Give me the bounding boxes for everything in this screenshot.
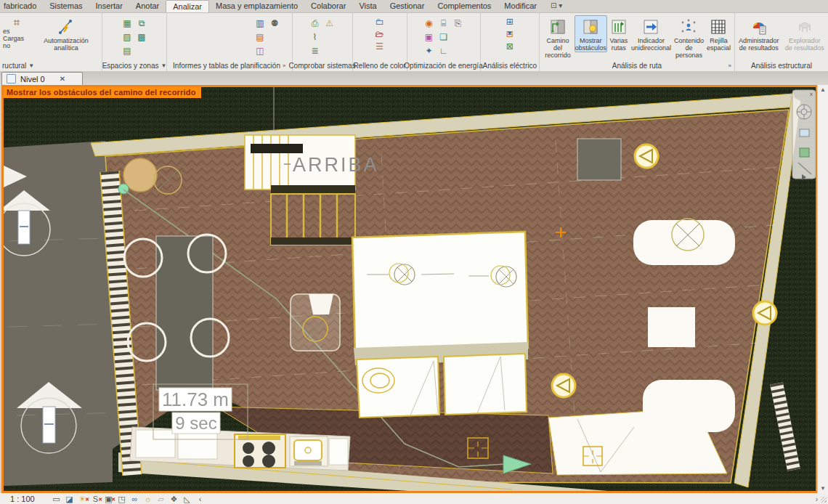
sun-path-icon[interactable]: ☀ (77, 494, 88, 504)
color-legend-icon[interactable]: ☰ (374, 41, 386, 52)
small-table-group[interactable] (291, 294, 340, 351)
loads-icon: ⌗ (11, 17, 23, 28)
camino-del-recorrido-button[interactable]: Camino del recorrido (543, 15, 573, 60)
view-tab-nivel-0[interactable]: Nivel 0 ✕ (1, 72, 83, 85)
energy-model-icon[interactable]: ⌸ (438, 18, 450, 29)
panel-label-estructural-partial[interactable]: ructural▼ (0, 60, 102, 71)
floor-plan-svg[interactable]: ARRIBA (4, 87, 816, 491)
scroll-up-icon[interactable]: ▲ (820, 85, 826, 94)
check-circuit-icon[interactable]: ≣ (309, 46, 321, 57)
dropdown-arrow-icon: ▼ (28, 62, 34, 69)
ribbon-panel-informes: ▥ ⚉ ▤ ◫ Informes y tablas de planificaci… (167, 13, 293, 71)
energy-optimize-icon[interactable]: ✦ (423, 46, 435, 57)
systems-analysis-icon[interactable]: ⎘ (452, 18, 464, 29)
constraints-icon[interactable]: ◺ (182, 494, 192, 504)
analytical-automation-button[interactable]: Automatización analítica (33, 15, 99, 52)
ribbon-panel-espacios: ▦ ⧉ ▨ ▩ ▤ Espacios y zonas▼ (102, 13, 167, 71)
administrador-de-resultados-button[interactable]: Administrador de resultados (738, 15, 780, 52)
panel-label-estructural[interactable]: Análisis estructural (735, 60, 828, 71)
side-table[interactable] (648, 307, 695, 347)
panel-label-comprobar[interactable]: Comprobar sistemas (293, 60, 352, 71)
check-duct-icon[interactable]: ⎙ (309, 18, 321, 29)
blank (324, 32, 336, 43)
scroll-right-icon[interactable]: › (816, 495, 818, 503)
drawing-canvas[interactable]: Mostrar los obstáculos del camino del re… (1, 85, 818, 493)
zoom-tool-icon[interactable] (800, 129, 809, 137)
menu-tab-modificar[interactable]: Modificar (498, 0, 543, 12)
bathroom-right[interactable] (444, 354, 527, 415)
rejilla-espacial-button[interactable]: Rejilla espacial (706, 15, 731, 52)
rug[interactable] (577, 139, 621, 180)
contenido-de-personas-button[interactable]: Contenido de personas (673, 15, 705, 60)
panel-label-electrico[interactable]: Análisis eléctrico (481, 60, 539, 71)
people-report-icon[interactable]: ⚉ (269, 18, 280, 29)
shadows-icon[interactable]: S (90, 494, 101, 504)
warning-icon[interactable]: ⚠ (324, 18, 336, 29)
panel-label-espacios[interactable]: Espacios y zonas▼ (102, 60, 166, 71)
occupant-content-icon (679, 17, 698, 36)
visual-style-icon[interactable]: ◪ (64, 494, 75, 504)
panel-label-informes[interactable]: Informes y tablas de planificación» (167, 60, 292, 71)
menu-tab-sistemas[interactable]: Sistemas (43, 0, 89, 12)
collapse-icon[interactable]: ‹ (195, 494, 206, 504)
cube-view-icon[interactable] (800, 148, 809, 157)
electrical-settings-icon[interactable]: ⊞ ▾ (504, 17, 516, 28)
schedule-icon[interactable]: ▥ (254, 18, 266, 29)
bathroom-left[interactable] (357, 357, 439, 418)
reveal-hidden-icon[interactable]: ☼ (142, 494, 153, 504)
results-compare-icon[interactable]: ∟ (438, 46, 450, 57)
check-pipe-icon[interactable]: ⌇ (309, 32, 321, 43)
scroll-down-icon[interactable]: ▼ (820, 484, 826, 493)
space-separator-icon[interactable]: ▤ (121, 46, 133, 57)
menu-tab-fabricado[interactable]: fabricado (0, 0, 43, 12)
menu-tab-complementos[interactable]: Complementos (431, 0, 498, 12)
sofa-bottom-right[interactable] (643, 380, 735, 432)
fixture-symbol-glow[interactable] (753, 301, 776, 325)
show-crop-icon[interactable]: ◳ (116, 494, 127, 504)
zone-area-icon[interactable]: ▩ (136, 32, 147, 43)
navbar-close-icon[interactable]: x (810, 91, 813, 97)
fixture-symbol-glow[interactable] (552, 374, 575, 397)
hide-isolate-icon[interactable]: ∞ (129, 494, 140, 504)
menu-tab-vista[interactable]: Vista (352, 0, 383, 12)
menu-tab-masa[interactable]: Masa y emplazamiento (209, 0, 304, 12)
loads-button[interactable]: ⌗ es Cargas no (3, 15, 31, 49)
panel-schedule-icon[interactable]: ▤ (254, 32, 266, 43)
bedroom[interactable] (352, 232, 528, 354)
duct-legend-icon[interactable]: 🗀 (374, 17, 386, 28)
space-icon[interactable]: ▦ (121, 18, 133, 29)
menu-tab-anotar[interactable]: Anotar (129, 0, 166, 12)
indicador-unidireccional-button[interactable]: Indicador unidireccional (630, 15, 672, 52)
temporary-view-icon[interactable]: ▱ (155, 494, 166, 504)
location-icon[interactable]: ◉ (423, 18, 435, 29)
hvac-zones-icon[interactable]: ❏ (438, 32, 450, 43)
scale-control[interactable]: 1 : 100 (10, 495, 42, 503)
space-copy-icon[interactable]: ⧉ (136, 18, 147, 29)
panel-label-ruta[interactable]: Análisis de ruta» (540, 60, 734, 71)
mostrar-obstaculos-button[interactable]: Mostrar obstáculos (575, 15, 607, 52)
navigation-bar[interactable]: x (792, 90, 816, 180)
detail-level-icon[interactable]: ▭ (51, 494, 62, 504)
sofa-top-right[interactable] (633, 219, 735, 265)
menu-tab-gestionar[interactable]: Gestionar (383, 0, 431, 12)
wire-icon[interactable]: ⊠ (504, 41, 516, 52)
ribbon-state-toggle-icon[interactable]: ⊡ ▾ (543, 0, 567, 12)
menu-tab-insertar[interactable]: Insertar (89, 0, 129, 12)
energy-settings-icon[interactable]: ▣ (423, 32, 435, 43)
menu-tab-analizar[interactable]: Analizar (166, 0, 209, 12)
menu-tab-colaborar[interactable]: Colaborar (304, 0, 352, 12)
analytical-model-icon[interactable]: ❖ (169, 494, 179, 504)
resize-grip[interactable] (821, 497, 827, 503)
crop-region-icon[interactable]: ▣ (103, 494, 114, 504)
fixture-symbol-glow[interactable] (635, 145, 658, 168)
report-icon[interactable]: ◫ (254, 46, 266, 57)
vertical-scrollbar[interactable]: ▲ ▼ (817, 85, 828, 493)
panel-label-relleno[interactable]: Relleno de color (353, 60, 407, 71)
varias-rutas-button[interactable]: Varias rutas (609, 15, 629, 52)
ribbon-panel-estructural-partial: ⌗ es Cargas no Automatización analítica … (0, 13, 102, 71)
panel-label-optimizacion[interactable]: Optimización de energía (407, 60, 480, 71)
close-tab-icon[interactable]: ✕ (60, 75, 65, 83)
zone-icon[interactable]: ▨ (121, 32, 133, 43)
panel-icon[interactable]: ⊟ (504, 29, 516, 40)
pipe-legend-icon[interactable]: 🗁 (374, 29, 386, 40)
